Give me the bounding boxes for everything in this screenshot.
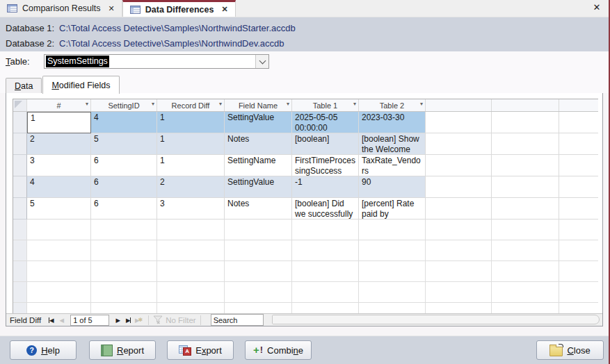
filter-dropdown-icon[interactable]: ▾ <box>86 101 88 107</box>
row-selector[interactable] <box>13 112 27 133</box>
empty-grid-row <box>13 240 598 261</box>
filter-dropdown-icon[interactable]: ▾ <box>353 101 356 107</box>
grid-cell[interactable]: 6 <box>91 198 157 220</box>
filter-dropdown-icon[interactable]: ▾ <box>287 101 289 107</box>
corner-triangle-icon <box>15 101 22 108</box>
tab-data[interactable]: Data <box>6 78 42 93</box>
column-header-number[interactable]: #▾ <box>27 99 91 111</box>
export-icon: A <box>179 345 191 356</box>
grid-cell[interactable]: SettingValue <box>225 112 292 133</box>
column-header-table2[interactable]: Table 2▾ <box>359 99 426 111</box>
grid-cell[interactable]: 2025-05-05 00:00:00 <box>292 112 359 133</box>
grid-cell[interactable]: Notes <box>225 198 292 220</box>
tab-comparison-results[interactable]: Comparison Results ✕ <box>0 0 122 17</box>
combine-button[interactable]: +! Combine <box>245 340 312 360</box>
row-selector[interactable] <box>13 155 27 176</box>
select-all-corner[interactable] <box>13 99 27 111</box>
record-position-box[interactable]: 1 of 5 <box>70 315 109 326</box>
tab-close-icon[interactable]: ✕ <box>221 5 227 14</box>
report-button[interactable]: Report <box>89 340 156 360</box>
grid-cell[interactable]: 2 <box>27 133 91 155</box>
grid-cell[interactable]: SettingValue <box>225 176 292 198</box>
grid-cell[interactable]: 3 <box>157 198 225 220</box>
database1-line: Database 1:C:\Total Access Detective\Sam… <box>6 21 609 36</box>
next-record-button[interactable]: ▶ <box>113 317 123 324</box>
grid-cell[interactable]: [boolean] Show the Welcome <box>359 133 426 155</box>
grid-cell[interactable]: [boolean] Did we successfully <box>292 198 359 220</box>
grid-cell[interactable]: 5 <box>27 198 91 220</box>
grid-cell[interactable]: TaxRate_Vendors <box>359 155 426 176</box>
bottom-button-bar: ? Help Report A Export +! Combine Close <box>0 336 609 364</box>
column-header-empty <box>492 99 559 111</box>
grid-cell[interactable]: 1 <box>157 155 225 176</box>
divider <box>200 315 201 325</box>
grid-cell[interactable]: 6 <box>91 176 157 198</box>
help-button[interactable]: ? Help <box>10 340 77 360</box>
combobox-dropdown-button[interactable] <box>255 55 268 68</box>
grid-cell[interactable]: FirstTimeProcessingSuccess <box>292 155 359 176</box>
grid-row-5: 5 6 3 Notes [boolean] Did we successfull… <box>13 198 598 220</box>
database2-label: Database 2: <box>6 38 54 49</box>
grid-row-1: 1 4 1 SettingValue 2025-05-05 00:00:00 2… <box>13 112 598 133</box>
grid-cell-empty <box>426 133 492 155</box>
combine-icon: +! <box>253 345 263 355</box>
database-info-panel: Database 1:C:\Total Access Detective\Sam… <box>0 17 609 51</box>
grid-cell[interactable]: 3 <box>27 155 91 176</box>
row-selector[interactable] <box>13 176 27 198</box>
close-button[interactable]: Close <box>536 340 604 360</box>
grid-cell[interactable]: 90 <box>359 176 426 198</box>
grid-cell[interactable]: 2 <box>157 176 225 198</box>
filter-funnel-icon <box>153 315 163 324</box>
filter-status[interactable]: No Filter <box>153 315 195 324</box>
grid-cell[interactable]: -1 <box>292 176 359 198</box>
grid-cell[interactable]: [boolean] <box>292 133 359 155</box>
empty-grid-row <box>13 282 598 303</box>
grid-cell[interactable]: 1 <box>157 133 225 155</box>
row-selector[interactable] <box>13 198 27 220</box>
grid-cell-empty <box>492 112 559 133</box>
tab-close-icon[interactable]: ✕ <box>109 4 115 13</box>
grid-cell[interactable]: 4 <box>27 176 91 198</box>
grid-cell[interactable]: SettingName <box>225 155 292 176</box>
tab-modified-fields[interactable]: Modified Fields <box>42 76 119 94</box>
export-button[interactable]: A Export <box>167 340 234 360</box>
grid-cell[interactable]: 6 <box>91 155 157 176</box>
grid-cell[interactable]: 4 <box>91 112 157 133</box>
filter-status-label: No Filter <box>166 316 195 324</box>
tab-data-differences[interactable]: Data Differences ✕ <box>122 0 236 17</box>
datasheet-icon <box>7 4 17 13</box>
last-record-button[interactable]: ▶ <box>123 317 134 324</box>
grid-cell[interactable]: 5 <box>91 133 157 155</box>
grid-cell-empty <box>559 133 598 155</box>
horizontal-scrollbar[interactable] <box>272 315 600 324</box>
filter-dropdown-icon[interactable]: ▾ <box>219 101 222 107</box>
database2-line: Database 2:C:\Total Access Detective\Sam… <box>6 36 609 51</box>
tab-label: Data Differences <box>145 5 214 15</box>
first-record-button[interactable]: ◀ <box>46 317 56 324</box>
column-header-table1[interactable]: Table 1▾ <box>292 99 359 111</box>
close-folder-icon <box>549 347 563 356</box>
table-selector-row: Table: SystemSettings <box>0 51 609 74</box>
grid-row-3: 3 6 1 SettingName FirstTimeProcessingSuc… <box>13 155 598 176</box>
tab-label: Comparison Results <box>22 3 101 13</box>
grid-cell[interactable]: 2023-03-30 <box>359 112 426 133</box>
row-selector[interactable] <box>13 133 27 155</box>
grid-cell[interactable]: Notes <box>225 133 292 155</box>
column-header-fieldname[interactable]: Field Name▾ <box>225 99 292 111</box>
previous-record-button[interactable]: ◀ <box>56 317 67 324</box>
filter-dropdown-icon[interactable]: ▾ <box>420 101 423 107</box>
grid-cell-empty <box>426 155 492 176</box>
window-close-icon[interactable]: ✕ <box>591 2 602 13</box>
grid-cell[interactable]: [percent] Rate paid by <box>359 198 426 220</box>
grid-cell[interactable]: 1 <box>157 112 225 133</box>
filter-dropdown-icon[interactable]: ▾ <box>152 101 154 107</box>
new-record-button[interactable]: ▶✱ <box>134 317 144 324</box>
grid-cell[interactable]: 1 <box>27 112 91 133</box>
column-header-recorddiff[interactable]: Record Diff▾ <box>157 99 225 111</box>
data-differences-window: Comparison Results ✕ Data Differences ✕ … <box>0 0 610 364</box>
table-combobox[interactable]: SystemSettings <box>44 54 269 69</box>
table-label: Table: <box>6 56 30 67</box>
search-input[interactable] <box>211 314 264 326</box>
column-header-settingid[interactable]: SettingID▾ <box>91 99 157 111</box>
grid-cell-empty <box>426 112 492 133</box>
